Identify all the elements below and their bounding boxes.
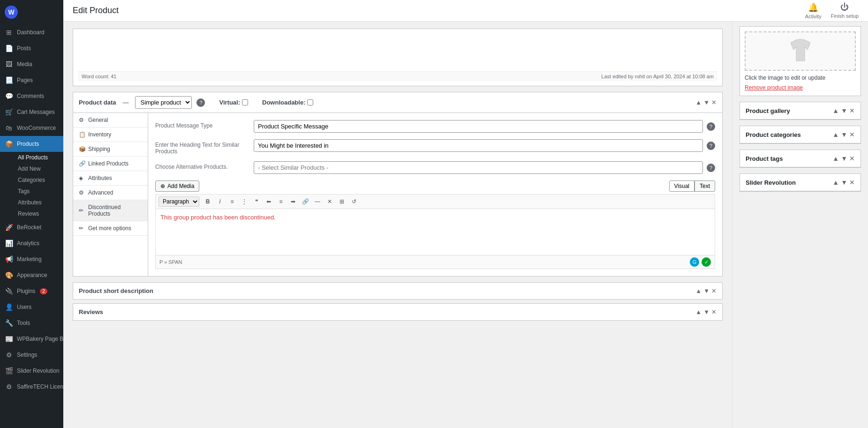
heading-help-icon[interactable]: ? — [707, 142, 715, 150]
activity-button[interactable]: 🔔 Activity — [805, 2, 822, 19]
sidebar-item-plugins[interactable]: 🔌 Plugins 2 — [0, 283, 63, 299]
remove-product-image-link[interactable]: Remove product image — [745, 84, 803, 91]
sidebar-item-users[interactable]: 👤 Users — [0, 299, 63, 315]
sidebar-item-cart-messages[interactable]: 🛒 Cart Messages — [0, 104, 63, 120]
close-icon[interactable]: ✕ — [711, 308, 717, 315]
slider-down-icon[interactable]: ▼ — [841, 179, 847, 186]
message-type-field: Product Specific Message ? — [254, 120, 715, 133]
downloadable-checkbox[interactable] — [307, 99, 313, 105]
product-type-select[interactable]: Simple product — [135, 96, 192, 109]
tags-close-icon[interactable]: ✕ — [849, 155, 855, 162]
product-tags-header[interactable]: Product tags ▲ ▼ ✕ — [740, 150, 860, 167]
sidebar-sub-categories[interactable]: Categories — [13, 174, 63, 186]
finish-setup-button[interactable]: ⏻ Finish setup — [831, 2, 859, 19]
product-short-description-header[interactable]: Product short description ▲ ▼ ✕ — [73, 283, 722, 299]
sidebar-item-slider-revolution[interactable]: 🎬 Slider Revolution — [0, 363, 63, 379]
sidebar-item-settings[interactable]: ⚙ Settings — [0, 347, 63, 363]
product-categories-header[interactable]: Product categories ▲ ▼ ✕ — [740, 126, 860, 143]
categories-up-icon[interactable]: ▲ — [832, 131, 839, 138]
gallery-up-icon[interactable]: ▲ — [832, 107, 839, 114]
tab-inventory[interactable]: 📋 Inventory — [73, 128, 148, 142]
sidebar-item-analytics[interactable]: 📊 Analytics — [0, 235, 63, 251]
product-gallery-header[interactable]: Product gallery ▲ ▼ ✕ — [740, 102, 860, 120]
sidebar-sub-reviews[interactable]: Reviews — [13, 208, 63, 219]
alt-products-input[interactable] — [254, 161, 703, 174]
reviews-header[interactable]: Reviews ▲ ▼ ✕ — [73, 304, 722, 320]
message-type-select[interactable]: Product Specific Message — [254, 120, 703, 133]
sidebar-item-products[interactable]: 📦 Products — [0, 136, 63, 152]
bold-button[interactable]: B — [202, 196, 213, 207]
table-button[interactable]: ⊞ — [336, 196, 347, 207]
tab-discontinued[interactable]: ✏ Discontinued Products — [73, 200, 148, 221]
message-type-help-icon[interactable]: ? — [707, 122, 715, 131]
sidebar-sub-add-new[interactable]: Add New — [13, 163, 63, 174]
italic-button[interactable]: I — [214, 196, 226, 207]
expand-down-icon[interactable]: ▼ — [703, 308, 709, 315]
sidebar-item-berocket[interactable]: 🚀 BeRocket — [0, 219, 63, 235]
sidebar-item-comments[interactable]: 💬 Comments — [0, 88, 63, 104]
tab-general[interactable]: ⚙ General — [73, 113, 148, 128]
tab-attributes[interactable]: ◈ Attributes — [73, 171, 148, 186]
gallery-down-icon[interactable]: ▼ — [841, 107, 847, 114]
sidebar-item-posts[interactable]: 📄 Posts — [0, 40, 63, 56]
link-button[interactable]: 🔗 — [300, 196, 311, 207]
sidebar-item-dashboard[interactable]: ⊞ Dashboard — [0, 24, 63, 40]
blockquote-button[interactable]: ❝ — [251, 196, 262, 207]
slider-close-icon[interactable]: ✕ — [849, 179, 855, 186]
sidebar-item-marketing[interactable]: 📢 Marketing — [0, 251, 63, 267]
gallery-close-icon[interactable]: ✕ — [849, 107, 855, 114]
product-data-dash: — — [122, 99, 128, 106]
align-center-button[interactable]: ≡ — [275, 196, 287, 207]
tab-advanced[interactable]: ⚙ Advanced — [73, 186, 148, 200]
product-type-help-icon[interactable]: ? — [196, 98, 205, 107]
expand-up-icon[interactable]: ▲ — [695, 287, 702, 294]
grammar-check-icon[interactable]: ✓ — [702, 257, 711, 267]
sidebar-item-appearance[interactable]: 🎨 Appearance — [0, 267, 63, 283]
sidebar-item-label: Analytics — [17, 240, 39, 247]
align-right-button[interactable]: ➡ — [287, 196, 299, 207]
sidebar-item-saffiretech[interactable]: ⚙ SaffireTECH License — [0, 379, 63, 395]
tags-up-icon[interactable]: ▲ — [832, 155, 839, 162]
tags-down-icon[interactable]: ▼ — [841, 155, 847, 162]
tab-content-discontinued: Product Message Type Product Specific Me… — [148, 113, 722, 276]
close-icon[interactable]: ✕ — [711, 99, 717, 106]
editor-body[interactable]: This group product has been discontinued… — [155, 209, 715, 255]
tab-shipping[interactable]: 📦 Shipping — [73, 142, 148, 157]
grammarly-icon[interactable]: G — [690, 257, 699, 267]
text-button[interactable]: Text — [694, 180, 715, 192]
expand-down-icon[interactable]: ▼ — [703, 287, 709, 294]
heading-text-input[interactable] — [254, 139, 703, 152]
editor-toolbar-row: ⊕ Add Media Visual Text — [155, 180, 715, 192]
close-icon[interactable]: ✕ — [711, 287, 717, 294]
horizontal-rule-button[interactable]: — — [312, 196, 323, 207]
sidebar-item-media[interactable]: 🖼 Media — [0, 56, 63, 72]
align-left-button[interactable]: ⬅ — [263, 196, 274, 207]
slider-up-icon[interactable]: ▲ — [832, 179, 839, 186]
sidebar-item-woocommerce[interactable]: 🛍 WooCommerce — [0, 120, 63, 136]
expand-down-icon[interactable]: ▼ — [703, 99, 709, 106]
slider-revolution-header[interactable]: Slider Revolution ▲ ▼ ✕ — [740, 174, 860, 191]
add-media-button[interactable]: ⊕ Add Media — [155, 180, 199, 192]
paragraph-select[interactable]: Paragraph — [159, 196, 199, 207]
tab-get-more[interactable]: ✏ Get more options — [73, 221, 148, 236]
tab-linked-products[interactable]: 🔗 Linked Products — [73, 157, 148, 171]
categories-down-icon[interactable]: ▼ — [841, 131, 847, 138]
expand-up-icon[interactable]: ▲ — [695, 99, 702, 106]
sidebar-item-pages[interactable]: 📃 Pages — [0, 72, 63, 88]
reviews-section: Reviews ▲ ▼ ✕ — [73, 303, 723, 321]
sidebar-item-wpbakery[interactable]: 📰 WPBakery Page Builder — [0, 331, 63, 347]
sidebar-sub-tags[interactable]: Tags — [13, 186, 63, 197]
alt-products-help-icon[interactable]: ? — [707, 164, 715, 172]
visual-button[interactable]: Visual — [669, 180, 694, 192]
virtual-checkbox[interactable] — [242, 99, 248, 105]
more-button[interactable]: ✕ — [324, 196, 335, 207]
ordered-list-button[interactable]: ⋮ — [239, 196, 250, 207]
unordered-list-button[interactable]: ≡ — [226, 196, 238, 207]
sidebar-sub-all-products[interactable]: All Products — [13, 152, 63, 163]
sidebar-sub-attributes[interactable]: Attributes — [13, 197, 63, 208]
expand-up-icon[interactable]: ▲ — [695, 308, 702, 315]
sidebar-item-tools[interactable]: 🔧 Tools — [0, 315, 63, 331]
categories-close-icon[interactable]: ✕ — [849, 131, 855, 138]
product-thumbnail[interactable] — [745, 31, 856, 71]
undo-button[interactable]: ↺ — [348, 196, 360, 207]
